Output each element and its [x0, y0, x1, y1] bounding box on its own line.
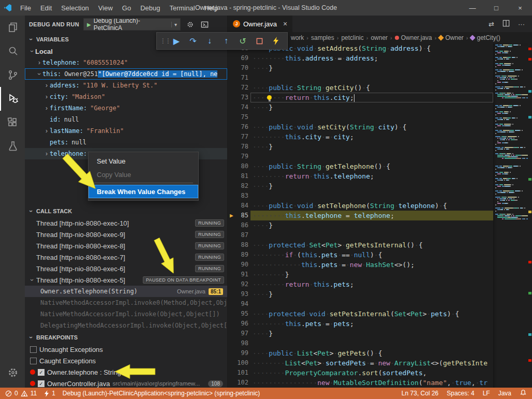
code-line-92[interactable]: 92········return·this.pets; — [228, 279, 493, 289]
continue-button[interactable]: ▶ — [169, 34, 184, 48]
code-line-100[interactable]: 100········List<Pet>·sortedPets·=·new·Ar… — [228, 358, 493, 368]
breakpoint-checkbox[interactable] — [30, 358, 37, 364]
breakpoint-checkbox[interactable]: ✓ — [38, 369, 45, 376]
more-actions-icon[interactable]: ··· — [518, 20, 525, 28]
code-line-74[interactable]: 74····} — [228, 102, 493, 112]
variable-row-firstName[interactable]: ›firstName:"George" — [25, 102, 227, 114]
toolbar-drag-handle[interactable]: ⋮⋮ — [160, 37, 167, 45]
lightbulb-icon[interactable] — [267, 95, 272, 100]
code-line-81[interactable]: 81········return·this.telephone; — [228, 171, 493, 181]
code-line-94[interactable]: 94 — [228, 299, 493, 309]
breadcrumb-item-ownerjava[interactable]: Owner.java — [395, 34, 432, 41]
menu-go[interactable]: Go — [117, 0, 136, 16]
stop-button[interactable] — [252, 34, 267, 48]
breadcrumb-item-getcity[interactable]: getCity() — [470, 34, 500, 41]
extensions-icon[interactable] — [0, 111, 25, 135]
stack-frame[interactable]: DelegatingMethodAccessorImpl.invoke(Obje… — [25, 320, 227, 331]
menu-item-break-when-value-changes[interactable]: Break When Value Changes — [88, 185, 198, 198]
variable-row-pets[interactable]: pets:null — [25, 137, 227, 148]
start-debug-icon[interactable]: ▶ — [87, 22, 91, 27]
code-line-84[interactable]: 84····public·void·setTelephone(String·te… — [228, 201, 493, 211]
breadcrumb-item-owner[interactable]: owner — [371, 34, 388, 41]
code-line-101[interactable]: 101········PropertyComparator.sort(sorte… — [228, 368, 493, 378]
open-changes-icon[interactable]: ⇄ — [489, 20, 494, 28]
debug-console-panel-icon[interactable] — [199, 19, 210, 29]
menu-terminal[interactable]: Terminal — [165, 0, 199, 16]
stack-frame[interactable]: NativeMethodAccessorImpl.invoke(Object,O… — [25, 308, 227, 320]
launch-config-dropdown[interactable]: ▶ Debug (Launch)-PetClinicA ▾ — [83, 18, 181, 31]
code-line-80[interactable]: 80····public·String·getTelephone()·{ — [228, 161, 493, 171]
step-into-button[interactable]: ↓ — [202, 34, 217, 48]
code-line-89[interactable]: 89········if·(this.pets·==·null)·{ — [228, 250, 493, 260]
problems-indicator[interactable]: 0 11 — [5, 390, 37, 397]
search-icon[interactable] — [0, 39, 25, 63]
call-stack-thread[interactable]: ›Thread [http-nio-8080-exec-7]RUNNING — [25, 252, 227, 263]
close-button[interactable]: × — [508, 0, 532, 16]
stack-frame[interactable]: NativeMethodAccessorImpl.invoke0(Method,… — [25, 297, 227, 308]
code-line-77[interactable]: 77········this.city·=·city; — [228, 132, 493, 142]
notifications-bell-icon[interactable] — [520, 389, 527, 398]
status-indentation[interactable]: Spaces: 4 — [447, 390, 474, 397]
breadcrumb-item-owner[interactable]: Owner — [439, 34, 463, 41]
code-line-82[interactable]: 82····} — [228, 181, 493, 191]
breadcrumb-item-samples[interactable]: samples — [311, 34, 334, 41]
code-line-71[interactable]: 71 — [228, 73, 493, 83]
menu-item-copy-value[interactable]: Copy Value — [88, 168, 198, 181]
run-and-debug-icon[interactable] — [0, 87, 25, 111]
breakpoint-checkbox[interactable] — [30, 346, 37, 353]
source-control-icon[interactable] — [0, 63, 25, 87]
code-line-70[interactable]: 70····} — [228, 63, 493, 73]
menu-edit[interactable]: Edit — [36, 0, 56, 16]
breakpoint-row[interactable]: ✓Owner.telephone : String — [25, 366, 227, 378]
breakpoint-row[interactable]: Uncaught Exceptions — [25, 344, 227, 355]
code-line-73[interactable]: 73········return·this.city; — [228, 93, 493, 102]
code-line-87[interactable]: 87 — [228, 230, 493, 240]
code-line-75[interactable]: 75 — [228, 112, 493, 122]
minimap[interactable] — [493, 43, 528, 388]
code-line-99[interactable]: 99····public·List<Pet>·getPets()·{ — [228, 348, 493, 358]
breadcrumb-item-petclinic[interactable]: petclinic — [341, 34, 363, 41]
status-eol[interactable]: LF — [483, 390, 490, 397]
close-tab-icon[interactable]: × — [283, 20, 287, 28]
call-stack-thread[interactable]: ›Thread [http-nio-8080-exec-10]RUNNING — [25, 217, 227, 229]
status-cursor-position[interactable]: Ln 73, Col 26 — [402, 390, 438, 397]
variable-row-telephone[interactable]: ›telephone:"6085551024" — [25, 57, 227, 68]
code-line-95[interactable]: 95····protected·void·setPetsInternal(Set… — [228, 309, 493, 319]
code-line-78[interactable]: 78····} — [228, 142, 493, 152]
hot-code-replace-icon[interactable] — [269, 34, 283, 48]
debug-session-status[interactable]: Debug (Launch)-PetClinicApplication<spri… — [63, 390, 260, 397]
code-line-102[interactable]: 102················new·MutableSortDefini… — [228, 378, 493, 388]
call-stack-thread[interactable]: ›Thread [http-nio-8080-exec-8]RUNNING — [25, 240, 227, 252]
breakpoint-row[interactable]: Caught Exceptions — [25, 355, 227, 366]
code-line-96[interactable]: 96········this.pets·=·pets; — [228, 319, 493, 329]
code-line-90[interactable]: 90············this.pets·=·new·HashSet<>(… — [228, 260, 493, 270]
stack-frame[interactable]: Owner.setTelephone(String)Owner.java85:1 — [25, 286, 227, 297]
code-line-69[interactable]: 69········this.address·=·address; — [228, 53, 493, 63]
menu-selection[interactable]: Selection — [56, 0, 93, 16]
variable-row-this[interactable]: ›this:Owner@251 "[Owner@7ddce0cd id = [n… — [25, 68, 227, 80]
call-stack-thread[interactable]: ›Thread [http-nio-8080-exec-9]RUNNING — [25, 229, 227, 240]
variable-row-lastName[interactable]: ›lastName:"Franklin" — [25, 125, 227, 137]
menu-item-set-value[interactable]: Set Value — [88, 154, 198, 168]
step-over-button[interactable]: ↷ — [186, 34, 200, 48]
debug-settings-gear-icon[interactable] — [185, 19, 195, 29]
menu-view[interactable]: View — [94, 0, 117, 16]
variable-row-id[interactable]: id:null — [25, 114, 227, 125]
code-line-72[interactable]: 72····public·String·getCity()·{ — [228, 83, 493, 93]
menu-debug[interactable]: Debug — [136, 0, 165, 16]
code-line-79[interactable]: 79 — [228, 152, 493, 161]
breakpoint-checkbox[interactable]: ✓ — [38, 380, 45, 387]
code-line-85[interactable]: 85▶········this.telephone·=·telephone; — [228, 211, 493, 220]
variable-row-address[interactable]: ›address:"110 W. Liberty St." — [25, 80, 227, 91]
restart-button[interactable]: ↺ — [235, 34, 250, 48]
variable-row-city[interactable]: ›city:"Madison" — [25, 91, 227, 102]
minimize-button[interactable]: — — [461, 0, 484, 16]
code-line-76[interactable]: 76····public·void·setCity(String·city)·{ — [228, 122, 493, 132]
tab-owner-java[interactable]: J Owner.java × — [228, 16, 293, 32]
step-out-button[interactable]: ↑ — [219, 34, 233, 48]
code-line-91[interactable]: 91········} — [228, 270, 493, 279]
breakpoints-section-header[interactable]: › BREAKPOINTS — [25, 332, 227, 343]
code-line-98[interactable]: 98 — [228, 338, 493, 348]
maximize-button[interactable]: □ — [484, 0, 508, 16]
code-line-83[interactable]: 83 — [228, 191, 493, 201]
